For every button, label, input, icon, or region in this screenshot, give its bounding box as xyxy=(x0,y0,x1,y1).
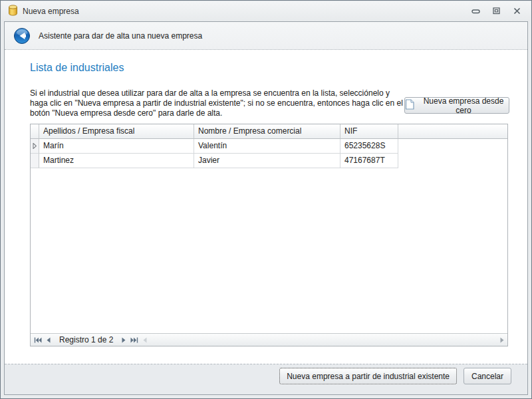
column-header-nombre[interactable]: Nombre / Empresa comercial xyxy=(194,124,340,139)
cell-nif: 47167687T xyxy=(340,154,398,168)
last-record-icon xyxy=(130,335,138,345)
previous-record-button[interactable] xyxy=(43,335,54,345)
new-company-from-scratch-label: Nueva empresa desde cero xyxy=(418,96,509,115)
page-title: Lista de industriales xyxy=(30,62,124,74)
column-header-apellidos[interactable]: Apellidos / Empresa fiscal xyxy=(39,124,194,139)
cell-nif: 65235628S xyxy=(340,139,398,154)
title-bar: Nueva empresa xyxy=(1,1,531,21)
instructions-text: Si el industrial que desea utilizar para… xyxy=(30,88,406,118)
record-navigator: Registro 1 de 2 xyxy=(31,333,507,346)
scroll-left-icon xyxy=(142,335,148,345)
close-button[interactable] xyxy=(509,5,524,17)
column-header-nif[interactable]: NIF xyxy=(340,124,398,139)
cell-apellidos: Marín xyxy=(39,139,194,154)
next-record-button[interactable] xyxy=(118,335,129,345)
next-record-icon xyxy=(121,335,126,345)
minimize-button[interactable] xyxy=(468,5,483,17)
back-button[interactable] xyxy=(13,27,31,45)
scroll-right-button[interactable] xyxy=(497,335,507,345)
scroll-right-icon xyxy=(499,335,505,345)
minimize-icon xyxy=(471,7,480,17)
new-document-icon xyxy=(405,99,414,112)
current-row-arrow-icon xyxy=(33,142,37,151)
grid-empty-area xyxy=(31,168,507,333)
row-indicator-cell xyxy=(31,154,39,168)
first-record-button[interactable] xyxy=(33,335,43,345)
footer-bar: Nueva empresa a partir de industrial exi… xyxy=(5,364,527,394)
cancel-button[interactable]: Cancelar xyxy=(464,368,511,384)
grid-header-row: Apellidos / Empresa fiscal Nombre / Empr… xyxy=(31,124,507,139)
new-company-from-scratch-button[interactable]: Nueva empresa desde cero xyxy=(404,97,509,114)
column-header-filler xyxy=(398,124,507,139)
window-nueva-empresa: Nueva empresa xyxy=(0,0,532,399)
last-record-button[interactable] xyxy=(129,335,140,345)
maximize-icon xyxy=(493,7,500,17)
main-panel: Asistente para dar de alta una nueva emp… xyxy=(4,21,528,395)
arrow-left-circle-icon xyxy=(13,37,31,47)
wizard-header: Asistente para dar de alta una nueva emp… xyxy=(5,22,527,50)
cell-apellidos: Martinez xyxy=(39,154,194,168)
scroll-left-button[interactable] xyxy=(140,335,150,345)
row-indicator-cell xyxy=(31,139,39,154)
previous-record-icon xyxy=(46,335,51,345)
wizard-title: Asistente para dar de alta una nueva emp… xyxy=(39,31,202,41)
window-title: Nueva empresa xyxy=(23,7,462,16)
database-icon xyxy=(8,5,18,19)
cell-nombre: Valentín xyxy=(194,139,340,154)
new-company-from-existing-button[interactable]: Nueva empresa a partir de industrial exi… xyxy=(279,368,457,384)
record-counter: Registro 1 de 2 xyxy=(59,335,113,345)
maximize-button[interactable] xyxy=(489,5,503,17)
cell-nombre: Javier xyxy=(194,154,340,168)
first-record-icon xyxy=(34,335,42,345)
industriales-grid: Apellidos / Empresa fiscal Nombre / Empr… xyxy=(30,124,508,346)
close-icon xyxy=(513,7,521,17)
grid-row-1[interactable]: Marín Valentín 65235628S xyxy=(31,139,507,154)
grid-row-2[interactable]: Martinez Javier 47167687T xyxy=(31,154,507,168)
indicator-header-cell xyxy=(31,124,39,139)
